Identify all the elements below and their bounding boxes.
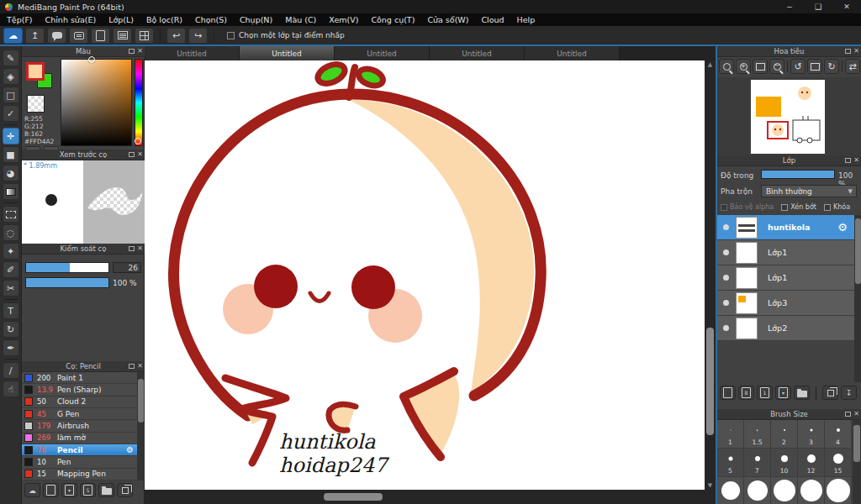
canvas-vertical-scrollbar[interactable]: ▲ ▼ bbox=[705, 60, 716, 490]
restore-button[interactable]: ❑ bbox=[804, 0, 832, 13]
visibility-dot[interactable] bbox=[723, 300, 729, 306]
new-1bit-layer-button[interactable]: 1 bbox=[757, 386, 773, 400]
scroll-down-icon[interactable]: ▼ bbox=[705, 481, 716, 490]
layer-opacity-slider[interactable] bbox=[761, 170, 835, 179]
tab-untitled-2[interactable]: Untitled bbox=[240, 46, 335, 60]
document-button[interactable] bbox=[91, 28, 110, 44]
gradient-tool[interactable] bbox=[3, 183, 19, 200]
popout-icon[interactable] bbox=[845, 49, 851, 54]
menu-item[interactable]: Công cụ(T) bbox=[371, 15, 415, 24]
script-brush-button[interactable]: S bbox=[80, 483, 96, 497]
brush-size-cell[interactable] bbox=[798, 477, 825, 504]
brush-row[interactable]: 45G Pen bbox=[22, 408, 137, 420]
zoom-in-button[interactable] bbox=[736, 59, 751, 74]
layer-row[interactable]: Lớp1 bbox=[717, 240, 854, 265]
close-button[interactable]: ✕ bbox=[832, 0, 861, 13]
canvas[interactable]: huntikola hoidap247 bbox=[145, 60, 705, 490]
new-8bit-layer-button[interactable]: 8 bbox=[738, 386, 754, 400]
flip-button[interactable]: ⇄ bbox=[845, 59, 860, 74]
minimize-button[interactable]: − bbox=[775, 0, 804, 13]
horizontal-scroll-thumb[interactable] bbox=[324, 493, 383, 501]
visibility-dot[interactable] bbox=[723, 224, 729, 230]
menu-item[interactable]: Chụp(N) bbox=[240, 15, 272, 24]
add-layer-button[interactable]: ▾ bbox=[775, 386, 791, 400]
menu-item[interactable]: Cloud bbox=[481, 15, 504, 24]
layer-folder-button[interactable] bbox=[794, 386, 810, 400]
undo-button[interactable]: ↩ bbox=[166, 28, 186, 44]
layer-row[interactable]: Lớp2 bbox=[717, 316, 854, 341]
brush-opacity-slider[interactable] bbox=[25, 277, 109, 288]
grid-button[interactable] bbox=[135, 28, 154, 44]
zoom-actual-button[interactable] bbox=[719, 59, 734, 74]
visibility-dot[interactable] bbox=[723, 325, 729, 331]
eyedropper-tool[interactable]: ✒ bbox=[3, 339, 19, 356]
brush-size-cell[interactable]: 1.5 bbox=[744, 420, 771, 448]
popout-icon[interactable] bbox=[129, 364, 135, 369]
layer-row[interactable]: Lớp3 bbox=[717, 291, 854, 316]
lasso-tool[interactable]: ◌ bbox=[3, 224, 19, 241]
layer-row[interactable]: huntikola⚙ bbox=[717, 215, 854, 240]
brush-row[interactable]: 10Pen bbox=[22, 456, 137, 468]
merge-layer-button[interactable]: ↧ bbox=[841, 386, 857, 400]
menu-item[interactable]: Màu (C) bbox=[285, 15, 316, 24]
hue-slider[interactable] bbox=[135, 59, 143, 146]
foreground-color-swatch[interactable] bbox=[26, 62, 45, 81]
clipping-checkbox[interactable]: Xén bớt bbox=[781, 203, 816, 211]
bucket-tool[interactable]: ◕ bbox=[3, 165, 19, 181]
lock-checkbox[interactable]: Khóa bbox=[824, 203, 850, 211]
brush-row[interactable]: 179Airbrush bbox=[22, 420, 137, 432]
transparent-color-swatch[interactable] bbox=[27, 95, 45, 113]
add-brush-button[interactable]: ▾ bbox=[61, 483, 77, 497]
canvas-horizontal-scrollbar[interactable] bbox=[145, 490, 716, 504]
fit-window-button[interactable] bbox=[753, 59, 768, 74]
menu-item[interactable]: Tệp(F) bbox=[7, 15, 33, 24]
brush-tool[interactable]: ✎ bbox=[3, 50, 19, 66]
brush-size-cell[interactable]: 1 bbox=[717, 420, 744, 448]
brush-size-cell[interactable]: 10 bbox=[771, 449, 798, 476]
tab-untitled-5[interactable]: Untitled bbox=[525, 46, 620, 60]
rotate-tool[interactable]: ↻ bbox=[3, 321, 19, 338]
menu-item[interactable]: Help bbox=[517, 15, 536, 24]
brush-size-scrollbar[interactable] bbox=[853, 420, 861, 504]
new-brush-button[interactable] bbox=[43, 483, 59, 497]
tab-untitled-4[interactable]: Untitled bbox=[430, 46, 525, 60]
zoom-out-button[interactable] bbox=[769, 59, 784, 74]
tab-untitled-3[interactable]: Untitled bbox=[335, 46, 430, 60]
popout-icon[interactable] bbox=[845, 158, 851, 163]
duplicate-brush-button[interactable] bbox=[117, 483, 133, 497]
brush-size-cell[interactable]: 12 bbox=[798, 449, 825, 476]
alpha-protect-checkbox[interactable]: Bảo vệ alpha bbox=[721, 203, 774, 211]
magic-wand-tool[interactable]: ✦ bbox=[3, 243, 19, 260]
rotate-left-button[interactable]: ↺ bbox=[790, 59, 806, 74]
close-icon[interactable]: ✕ bbox=[853, 157, 859, 164]
select-eraser-tool[interactable]: ✂ bbox=[3, 280, 19, 297]
brush-row[interactable]: 269làm mờ bbox=[22, 433, 137, 444]
brush-row[interactable]: 200Paint 1 bbox=[22, 372, 137, 384]
cloud-sync-button[interactable]: ☁ bbox=[3, 28, 23, 44]
sv-cursor[interactable] bbox=[88, 56, 95, 63]
popout-icon[interactable] bbox=[129, 152, 135, 157]
visibility-dot[interactable] bbox=[723, 249, 729, 255]
gear-icon[interactable]: ⚙ bbox=[126, 445, 134, 454]
brush-size-cell[interactable] bbox=[744, 477, 771, 504]
reset-view-button[interactable] bbox=[807, 59, 822, 74]
redo-button[interactable]: ↪ bbox=[188, 28, 208, 44]
new-layer-button[interactable] bbox=[720, 386, 736, 400]
hand-tool[interactable]: ☝ bbox=[3, 381, 19, 397]
navigator-thumbnail[interactable] bbox=[751, 80, 825, 154]
select-layer-checkbox[interactable] bbox=[227, 32, 235, 39]
brush-row[interactable]: 15Mapping Pen bbox=[22, 469, 137, 480]
vertical-scroll-thumb[interactable] bbox=[706, 328, 714, 435]
layer-row[interactable]: Lớp1 bbox=[717, 265, 854, 291]
chat-bubble-button[interactable] bbox=[47, 28, 66, 44]
brush-row[interactable]: 13.9Pen (Sharp) bbox=[22, 384, 137, 396]
menu-item[interactable]: Xem(V) bbox=[329, 15, 358, 24]
brush-size-value[interactable]: 26 bbox=[113, 262, 141, 273]
brush-size-cell[interactable] bbox=[717, 477, 744, 504]
brush-size-cell[interactable]: 7 bbox=[744, 449, 771, 476]
brush-size-cell[interactable]: 3 bbox=[798, 420, 825, 448]
menu-item[interactable]: Chọn(S) bbox=[195, 15, 227, 24]
close-icon[interactable]: ✕ bbox=[137, 151, 143, 158]
duplicate-layer-button[interactable] bbox=[822, 386, 838, 400]
layer-list-scrollbar[interactable] bbox=[854, 215, 861, 382]
